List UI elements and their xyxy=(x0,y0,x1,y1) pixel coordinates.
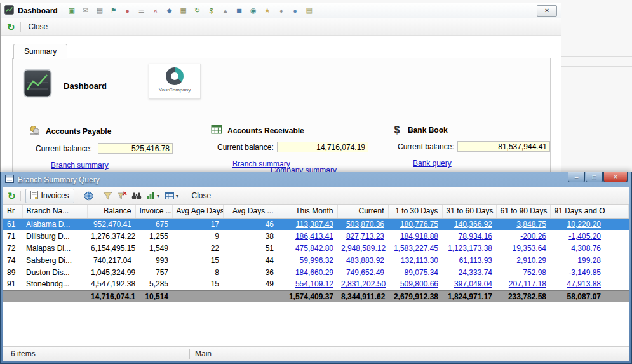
bank-icon: $ xyxy=(391,125,403,136)
amount-link[interactable]: 132,113.30 xyxy=(401,256,438,265)
amount-link[interactable]: 2,910.29 xyxy=(516,256,546,265)
amount-link[interactable]: 207,117.18 xyxy=(509,280,546,288)
amount-link[interactable]: 78,934.16 xyxy=(459,232,492,241)
amount-link[interactable]: 59,996.32 xyxy=(300,256,333,265)
titlebar-icon[interactable]: ▦ xyxy=(180,6,187,15)
column-header[interactable]: 1 to 30 Days xyxy=(388,205,442,218)
filter-icon[interactable] xyxy=(103,191,112,201)
bank-balance-field[interactable]: 81,537,944.41 xyxy=(457,141,550,152)
amount-link[interactable]: 2,948,589.12 xyxy=(341,244,386,253)
amount-link[interactable]: 509,800.66 xyxy=(400,280,438,288)
amount-link[interactable]: 752.98 xyxy=(523,268,546,277)
column-header[interactable]: This Month xyxy=(278,205,337,218)
amount-link[interactable]: -1,405.20 xyxy=(568,232,601,241)
column-header[interactable]: Invoice ... xyxy=(135,205,172,218)
cell: 19,353.64 xyxy=(496,242,550,254)
amount-link[interactable]: 186,413.41 xyxy=(295,232,333,241)
payable-balance-field[interactable]: 525,416.78 xyxy=(98,143,173,154)
table-row[interactable]: 89Duston Dis...1,045,324.99757836184,660… xyxy=(3,266,629,278)
close-toolbar-button[interactable]: Close xyxy=(189,190,213,201)
amount-link[interactable]: 554,109.12 xyxy=(295,280,333,288)
titlebar-icon[interactable]: ★ xyxy=(264,6,271,15)
column-header[interactable]: 91 Days and Over xyxy=(550,205,605,218)
amount-link[interactable]: 827,713.23 xyxy=(346,232,384,241)
cell: 1,045,324.99 xyxy=(87,266,135,278)
titlebar-icon[interactable]: ◉ xyxy=(250,6,257,15)
close-toolbar-button[interactable]: Close xyxy=(26,21,51,32)
grid-view-icon[interactable]: ▼ xyxy=(165,191,180,200)
amount-link[interactable]: 184,660.29 xyxy=(295,268,333,277)
cell: 1,574,409.37 xyxy=(278,290,337,302)
amount-link[interactable]: 1,583,227.45 xyxy=(394,244,438,253)
amount-link[interactable]: 61,113.93 xyxy=(459,256,493,265)
titlebar-icon[interactable]: ▤ xyxy=(306,6,313,15)
column-header[interactable]: Current xyxy=(337,205,388,218)
amount-link[interactable]: 4,308.76 xyxy=(571,244,601,253)
minimize-button[interactable]: – xyxy=(568,172,585,182)
amount-link[interactable]: 24,333.74 xyxy=(459,268,492,277)
amount-link[interactable]: 1,123,173.38 xyxy=(448,244,492,253)
amount-link[interactable]: 397,049.04 xyxy=(454,280,492,288)
clear-filter-icon[interactable] xyxy=(117,191,127,201)
table-row[interactable]: 71Dillsburg D...1,276,374.221,255938186,… xyxy=(3,230,629,242)
titlebar-icon[interactable]: ● xyxy=(292,7,299,15)
refresh-icon[interactable]: ↻ xyxy=(7,22,15,32)
titlebar-icon[interactable]: ▤ xyxy=(96,6,104,15)
column-header[interactable]: Branch Na... xyxy=(22,205,87,218)
invoices-button[interactable]: Invoices xyxy=(25,189,74,203)
maximize-button[interactable]: □ xyxy=(586,172,603,182)
titlebar-icon[interactable]: ✉ xyxy=(82,6,90,15)
column-header[interactable]: 61 to 90 Days xyxy=(496,205,550,218)
amount-link[interactable]: 503,870.36 xyxy=(346,220,384,229)
titlebar-icon[interactable]: ☰ xyxy=(138,6,145,15)
titlebar-icon[interactable]: ⚑ xyxy=(110,6,118,15)
tab-summary[interactable]: Summary xyxy=(13,44,67,59)
refresh-icon[interactable]: ↻ xyxy=(8,191,16,201)
branch-summary-link[interactable]: Branch summary xyxy=(51,161,109,170)
amount-link[interactable]: 89,075.34 xyxy=(405,268,438,277)
column-header[interactable]: Balance xyxy=(87,205,135,218)
table-row[interactable]: 91Stonebridg...4,547,192.385,2851549554,… xyxy=(3,278,629,290)
globe-icon[interactable] xyxy=(84,191,93,201)
close-button[interactable]: × xyxy=(537,5,557,17)
titlebar-icon[interactable]: ▣ xyxy=(68,6,76,15)
cell: 509,800.66 xyxy=(388,278,442,290)
amount-link[interactable]: 10,220.20 xyxy=(567,220,601,229)
amount-link[interactable]: 199.28 xyxy=(577,256,601,265)
amount-link[interactable]: 113,387.43 xyxy=(296,220,333,229)
titlebar-icon[interactable]: ↻ xyxy=(194,6,201,15)
amount-link[interactable]: 2,831,202.50 xyxy=(341,280,386,288)
amount-link[interactable]: -200.26 xyxy=(520,232,546,241)
titlebar-icon[interactable]: ◆ xyxy=(166,6,173,15)
amount-link[interactable]: 140,366.92 xyxy=(454,220,492,229)
branch-table-area: BrBranch Na...BalanceInvoice ...Avg Age … xyxy=(3,205,629,346)
titlebar-icon[interactable]: $ xyxy=(208,7,215,15)
titlebar-icon[interactable]: ▲ xyxy=(222,7,229,15)
cell: 2,679,912.38 xyxy=(388,290,442,302)
table-row[interactable]: 74Salsberg Di...740,217.04993154459,996.… xyxy=(3,254,629,266)
amount-link[interactable]: 749,652.49 xyxy=(346,268,384,277)
table-row[interactable]: 61Alabama D...952,470.416751746113,387.4… xyxy=(3,218,629,230)
titlebar-icon[interactable]: ♦ xyxy=(278,7,285,15)
export-chart-icon[interactable]: ▼ xyxy=(146,191,161,200)
close-window-button[interactable]: × xyxy=(603,172,628,182)
amount-link[interactable]: 3,848.75 xyxy=(516,220,546,229)
amount-link[interactable]: 184,918.88 xyxy=(400,232,438,241)
amount-link[interactable]: 180,776.75 xyxy=(400,220,438,229)
titlebar-icon[interactable]: ◼ xyxy=(236,6,243,15)
amount-link[interactable]: 483,883.92 xyxy=(346,256,384,265)
amount-link[interactable]: 47,913.88 xyxy=(567,280,601,288)
titlebar-icon[interactable]: ● xyxy=(124,7,131,15)
titlebar-icon[interactable]: × xyxy=(152,7,159,15)
binoculars-icon[interactable] xyxy=(131,192,142,200)
bank-query-link[interactable]: Bank query xyxy=(413,159,452,168)
amount-link[interactable]: 475,842.80 xyxy=(295,244,333,253)
table-row[interactable]: 72Malapas Di...6,154,495.151,5492251475,… xyxy=(3,242,629,254)
column-header[interactable]: Avg Age Days xyxy=(172,205,223,218)
column-header[interactable]: Avg Days ... xyxy=(223,205,278,218)
amount-link[interactable]: -3,149.85 xyxy=(568,268,601,277)
column-header[interactable]: Br xyxy=(3,205,22,218)
amount-link[interactable]: 19,353.64 xyxy=(513,244,546,253)
receivable-balance-field[interactable]: 14,716,074.19 xyxy=(277,142,368,152)
column-header[interactable]: 31 to 60 Days xyxy=(442,205,496,218)
